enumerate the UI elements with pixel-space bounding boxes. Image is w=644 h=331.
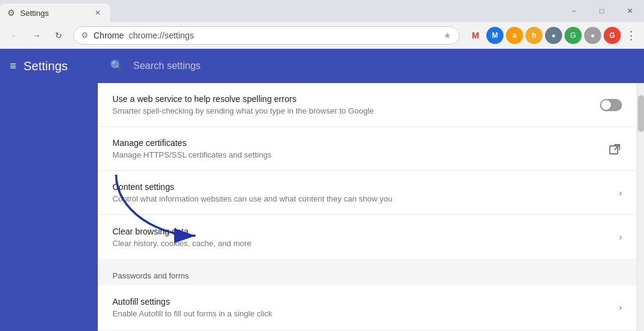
- hamburger-icon[interactable]: ≡: [10, 60, 16, 73]
- passwords-forms-section: Autofill settings Enable Autofill to fil…: [98, 285, 637, 329]
- site-icon: ⚙: [81, 31, 89, 40]
- bookmark-star-icon[interactable]: ★: [444, 31, 452, 40]
- spell-check-desc: Smarter spell-checking by sending what y…: [112, 106, 600, 115]
- autofill-settings-text: Autofill settings Enable Autofill to fil…: [112, 297, 619, 318]
- navigation-bar: ← → ↻ ⚙ Chrome chrome://settings ★ M M a…: [0, 22, 644, 49]
- clear-browsing-title: Clear browsing data: [112, 227, 619, 236]
- back-button[interactable]: ←: [5, 26, 24, 45]
- meet-icon[interactable]: M: [486, 27, 503, 44]
- search-icon: 🔍: [110, 59, 123, 73]
- new-tab-button[interactable]: [110, 4, 132, 22]
- honey-icon[interactable]: h: [525, 27, 543, 44]
- autofill-settings-desc: Enable Autofill to fill out forms in a s…: [112, 309, 619, 318]
- ext1-icon[interactable]: ●: [545, 27, 562, 44]
- scrollbar-track[interactable]: [637, 83, 644, 331]
- spell-check-toggle[interactable]: [600, 99, 622, 111]
- manage-certificates-item: Manage certificates Manage HTTPS/SSL cer…: [98, 127, 637, 171]
- settings-main: Use a web service to help resolve spelli…: [98, 83, 637, 331]
- search-input[interactable]: [133, 60, 632, 71]
- amazon-icon[interactable]: a: [506, 27, 523, 44]
- tab-close-button[interactable]: ✕: [93, 8, 103, 18]
- reload-button[interactable]: ↻: [49, 26, 68, 45]
- close-button[interactable]: ✕: [616, 0, 644, 22]
- manage-certificates-desc: Manage HTTPS/SSL certificates and settin…: [112, 150, 599, 159]
- privacy-section: Use a web service to help resolve spelli…: [98, 83, 637, 259]
- clear-browsing-desc: Clear history, cookies, cache, and more: [112, 239, 619, 248]
- autofill-settings-chevron: ›: [619, 302, 622, 312]
- clear-browsing-chevron: ›: [619, 232, 622, 242]
- sidebar: ≡ Settings: [0, 49, 98, 331]
- tab-favicon: ⚙: [7, 8, 15, 18]
- sidebar-header: ≡ Settings: [0, 49, 98, 83]
- window-controls: − □ ✕: [560, 0, 644, 22]
- sidebar-title: Settings: [24, 59, 68, 73]
- ext4-icon[interactable]: G: [604, 27, 621, 44]
- title-bar: ⚙ Settings ✕ − □ ✕: [0, 0, 644, 22]
- settings-scroll-area: Use a web service to help resolve spelli…: [98, 83, 644, 331]
- chrome-menu-button[interactable]: ⋮: [623, 26, 639, 45]
- autofill-settings-title: Autofill settings: [112, 297, 619, 307]
- content-settings-title: Content settings: [112, 182, 619, 192]
- content-settings-desc: Control what information websites can us…: [112, 194, 619, 203]
- address-domain: Chrome: [93, 31, 124, 40]
- content-settings-text: Content settings Control what informatio…: [112, 182, 619, 203]
- maximize-button[interactable]: □: [588, 0, 616, 22]
- passwords-forms-section-label: Passwords and forms: [98, 259, 637, 285]
- manage-certificates-text: Manage certificates Manage HTTPS/SSL cer…: [112, 138, 599, 159]
- content-settings-item[interactable]: Content settings Control what informatio…: [98, 171, 637, 215]
- search-bar: 🔍: [98, 49, 644, 83]
- spell-check-item: Use a web service to help resolve spelli…: [98, 83, 637, 127]
- active-tab[interactable]: ⚙ Settings ✕: [0, 4, 110, 22]
- gmail-icon[interactable]: M: [467, 27, 484, 44]
- address-path: chrome://settings: [129, 31, 194, 40]
- ext3-icon[interactable]: ●: [584, 27, 601, 44]
- clear-browsing-text: Clear browsing data Clear history, cooki…: [112, 227, 619, 248]
- tab-label: Settings: [20, 9, 88, 18]
- spell-check-text: Use a web service to help resolve spelli…: [112, 94, 600, 115]
- spell-check-title: Use a web service to help resolve spelli…: [112, 94, 600, 104]
- content-settings-chevron: ›: [619, 188, 622, 198]
- autofill-settings-item[interactable]: Autofill settings Enable Autofill to fil…: [98, 285, 637, 329]
- ext2-icon[interactable]: G: [565, 27, 582, 44]
- main-layout: ≡ Settings 🔍 Use a web service to help r…: [0, 49, 644, 331]
- address-bar[interactable]: ⚙ Chrome chrome://settings ★: [73, 26, 459, 45]
- external-link-icon[interactable]: [609, 142, 622, 156]
- manage-certificates-title: Manage certificates: [112, 138, 599, 148]
- scrollbar-thumb[interactable]: [638, 95, 644, 132]
- extension-icons: M M a h ● G ● G ⋮: [467, 26, 639, 45]
- content-wrapper: 🔍 Use a web service to help resolve spel…: [98, 49, 644, 331]
- clear-browsing-item[interactable]: Clear browsing data Clear history, cooki…: [98, 215, 637, 259]
- minimize-button[interactable]: −: [560, 0, 588, 22]
- forward-button[interactable]: →: [27, 26, 46, 45]
